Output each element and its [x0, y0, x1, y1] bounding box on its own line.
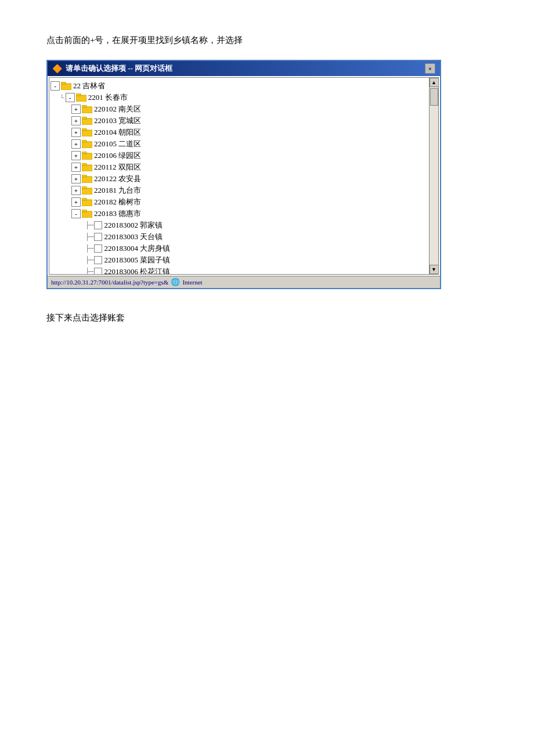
- tree-area[interactable]: - 22 吉林省 └ - 2201 长春市: [49, 78, 429, 274]
- file-icon-220183005: [94, 256, 102, 264]
- node-label-2201: 2201 长春市: [88, 92, 128, 103]
- svg-rect-1: [61, 82, 66, 84]
- tree-node-220181[interactable]: + 220181 九台市: [49, 185, 429, 196]
- tree-node-220112[interactable]: + 220112 双阳区: [49, 161, 429, 173]
- scroll-track[interactable]: [430, 87, 438, 265]
- dialog-window: 🔶 请单击确认选择项 -- 网页对话框 × - 22 吉林省 └: [46, 60, 441, 289]
- svg-rect-2: [76, 95, 86, 102]
- svg-rect-6: [82, 118, 92, 125]
- vertical-scrollbar[interactable]: ▲ ▼: [429, 78, 438, 274]
- node-label-220102: 220102 南关区: [94, 104, 141, 114]
- tree-node-220103[interactable]: + 220103 宽城区: [49, 115, 429, 127]
- node-label-220183003: 220183003 天台镇: [104, 232, 163, 242]
- tree-node-2201[interactable]: └ - 2201 长春市: [49, 92, 429, 103]
- node-label-220112: 220112 双阳区: [94, 162, 141, 172]
- expand-icon-220106[interactable]: +: [71, 151, 81, 160]
- tree-node-220183003[interactable]: ├─ 220183003 天台镇: [49, 231, 429, 243]
- svg-rect-3: [76, 93, 81, 96]
- folder-icon-220112: [82, 163, 92, 171]
- node-label-220106: 220106 绿园区: [94, 150, 141, 161]
- tree-node-220102[interactable]: + 220102 南关区: [49, 103, 429, 115]
- dialog-titlebar: 🔶 请单击确认选择项 -- 网页对话框 ×: [48, 61, 440, 76]
- dialog-icon: 🔶: [52, 64, 62, 74]
- statusbar-url: http://10.20.31.27:7001/datalist.jsp?typ…: [51, 279, 168, 286]
- dialog-body: - 22 吉林省 └ - 2201 长春市: [49, 77, 439, 275]
- svg-rect-23: [82, 210, 86, 212]
- scroll-down-button[interactable]: ▼: [430, 265, 439, 274]
- tree-connector-220183003: ├─: [85, 233, 93, 241]
- tree-node-220183004[interactable]: ├─ 220183004 大房身镇: [49, 243, 429, 254]
- file-icon-220183004: [94, 244, 102, 253]
- tree-line-2201: └: [60, 94, 64, 101]
- svg-rect-16: [82, 177, 92, 183]
- node-label-220183005: 220183005 菜园子镇: [104, 255, 170, 265]
- file-icon-220183003: [94, 233, 102, 241]
- tree-node-220106[interactable]: + 220106 绿园区: [49, 150, 429, 161]
- expand-icon-2201[interactable]: -: [66, 93, 75, 102]
- tree-node-220105[interactable]: + 220105 二道区: [49, 138, 429, 150]
- close-button[interactable]: ×: [425, 63, 435, 74]
- tree-node-22[interactable]: - 22 吉林省: [49, 80, 429, 92]
- svg-rect-15: [82, 163, 86, 165]
- expand-icon-22[interactable]: -: [50, 81, 60, 91]
- expand-icon-220105[interactable]: +: [71, 139, 81, 149]
- expand-icon-220103[interactable]: +: [71, 116, 81, 125]
- node-label-220181: 220181 九台市: [94, 185, 141, 196]
- tree-node-220183006[interactable]: ├─ 220183006 松花江镇: [49, 266, 429, 274]
- svg-rect-20: [82, 200, 92, 206]
- file-icon-220183006: [94, 268, 102, 274]
- svg-rect-11: [82, 140, 86, 142]
- node-label-22: 22 吉林省: [73, 81, 105, 91]
- svg-rect-12: [82, 153, 92, 160]
- expand-icon-220122[interactable]: +: [71, 174, 81, 183]
- folder-icon-220181: [82, 186, 92, 195]
- folder-icon-220103: [82, 117, 92, 125]
- folder-icon-220105: [82, 140, 92, 148]
- svg-rect-17: [82, 175, 86, 177]
- scroll-up-button[interactable]: ▲: [430, 78, 439, 87]
- node-label-220122: 220122 农安县: [94, 174, 141, 184]
- node-label-220103: 220103 宽城区: [94, 116, 141, 126]
- scroll-thumb[interactable]: [430, 88, 438, 106]
- file-icon-220183002: [94, 221, 102, 229]
- tree-node-220104[interactable]: + 220104 朝阳区: [49, 127, 429, 138]
- tree-node-220122[interactable]: + 220122 农安县: [49, 173, 429, 185]
- node-label-220183006: 220183006 松花江镇: [104, 267, 170, 274]
- dialog-statusbar: http://10.20.31.27:7001/datalist.jsp?typ…: [48, 276, 440, 288]
- node-label-220104: 220104 朝阳区: [94, 127, 141, 138]
- svg-rect-0: [61, 84, 71, 90]
- svg-rect-22: [82, 211, 92, 218]
- folder-icon-2201: [76, 93, 86, 102]
- tree-node-220183005[interactable]: ├─ 220183005 菜园子镇: [49, 254, 429, 266]
- node-label-220182: 220182 榆树市: [94, 197, 141, 207]
- svg-rect-14: [82, 165, 92, 171]
- tree-connector-220183002: ├─: [85, 221, 93, 229]
- folder-icon-220104: [82, 128, 92, 136]
- svg-rect-7: [82, 117, 86, 119]
- expand-icon-220182[interactable]: +: [71, 197, 81, 207]
- instruction-top: 点击前面的+号，在展开项里找到乡镇名称，并选择: [46, 35, 488, 46]
- folder-icon-220106: [82, 152, 92, 160]
- expand-icon-220104[interactable]: +: [71, 128, 81, 137]
- expand-icon-220181[interactable]: +: [71, 186, 81, 195]
- tree-connector-220183006: ├─: [85, 268, 93, 274]
- folder-icon-220122: [82, 175, 92, 183]
- svg-rect-4: [82, 107, 92, 113]
- expand-icon-220102[interactable]: +: [71, 105, 81, 114]
- node-label-220105: 220105 二道区: [94, 139, 141, 149]
- tree-node-220182[interactable]: + 220182 榆树市: [49, 196, 429, 208]
- tree-connector-220183005: ├─: [85, 256, 93, 264]
- expand-icon-220112[interactable]: +: [71, 163, 81, 172]
- statusbar-zone: Internet: [182, 279, 202, 286]
- internet-icon: 🌐: [171, 278, 180, 287]
- tree-node-220183002[interactable]: ├─ 220183002 郭家镇: [49, 219, 429, 231]
- instruction-bottom: 接下来点击选择账套: [46, 312, 488, 323]
- svg-rect-19: [82, 186, 86, 189]
- expand-icon-220183[interactable]: -: [71, 209, 81, 218]
- svg-rect-21: [82, 198, 86, 200]
- node-label-220183002: 220183002 郭家镇: [104, 220, 163, 231]
- tree-node-220183[interactable]: - 220183 德惠市: [49, 208, 429, 219]
- folder-icon-22: [61, 82, 71, 90]
- folder-icon-220102: [82, 105, 92, 113]
- tree-connector-220183004: ├─: [85, 244, 93, 253]
